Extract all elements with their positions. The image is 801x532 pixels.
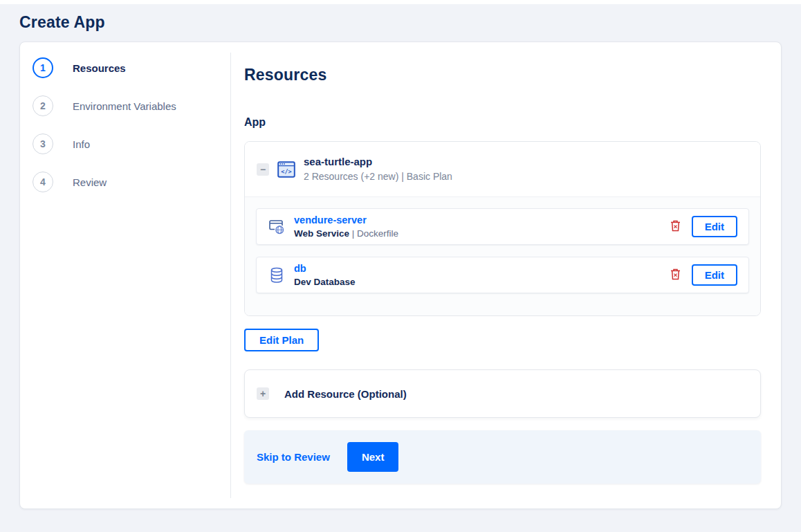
resource-text-block: db Dev Database [294, 262, 669, 288]
page-title: Create App [19, 11, 782, 33]
trash-icon [670, 268, 681, 282]
resource-row: db Dev Database Edit [256, 257, 749, 293]
app-name: sea-turtle-app [304, 155, 452, 169]
step-label: Info [73, 138, 90, 150]
step-label: Review [73, 176, 107, 188]
step-review[interactable]: 4 Review [33, 172, 230, 192]
step-info[interactable]: 3 Info [33, 134, 230, 154]
step-number-badge: 3 [33, 134, 53, 154]
plus-icon: + [257, 387, 269, 400]
page-header: Create App [0, 4, 801, 42]
resource-type: Web Service [294, 228, 349, 239]
svg-text:</>: </> [281, 167, 291, 174]
add-resource-section[interactable]: + Add Resource (Optional) [244, 369, 761, 418]
app-card-header: − </> sea-turtle-app 2 Resources (+2 new… [245, 142, 760, 196]
resource-type: Dev Database [294, 277, 356, 287]
resource-type-line: Dev Database [294, 276, 669, 288]
create-app-wizard-card: 1 Resources 2 Environment Variables 3 In… [19, 42, 782, 509]
resource-type-separator: | [349, 228, 357, 239]
step-resources[interactable]: 1 Resources [33, 57, 230, 78]
edit-plan-button[interactable]: Edit Plan [244, 329, 319, 351]
wizard-stepper: 1 Resources 2 Environment Variables 3 In… [20, 42, 230, 508]
app-meta: 2 Resources (+2 new) | Basic Plan [304, 170, 452, 183]
resource-row: vendure-server Web Service | Dockerfile [256, 208, 749, 245]
resource-name-link[interactable]: vendure-server [294, 214, 367, 227]
web-service-icon [268, 219, 286, 235]
edit-resource-button[interactable]: Edit [692, 264, 737, 286]
delete-resource-button[interactable] [669, 219, 682, 235]
app-card-title-block: sea-turtle-app 2 Resources (+2 new) | Ba… [304, 155, 452, 183]
app-card: − </> sea-turtle-app 2 Resources (+2 new… [244, 141, 761, 316]
trash-icon [670, 220, 681, 234]
wizard-footer-bar: Skip to Review Next [244, 430, 761, 484]
step-label: Environment Variables [73, 100, 176, 112]
next-button[interactable]: Next [347, 442, 399, 472]
skip-to-review-link[interactable]: Skip to Review [257, 451, 330, 463]
database-icon [268, 267, 286, 284]
step-number-badge: 2 [33, 95, 53, 116]
step-environment-variables[interactable]: 2 Environment Variables [33, 95, 230, 116]
step-number-badge: 1 [33, 57, 53, 78]
app-section-label: App [244, 116, 761, 129]
resource-detail: Dockerfile [357, 228, 398, 239]
step-heading: Resources [244, 66, 761, 84]
delete-resource-button[interactable] [669, 267, 682, 284]
edit-resource-button[interactable]: Edit [692, 216, 737, 237]
step-number-badge: 4 [33, 172, 53, 192]
resource-name-link[interactable]: db [294, 262, 306, 275]
resource-type-line: Web Service | Dockerfile [294, 228, 669, 240]
code-window-icon: </> [277, 161, 295, 178]
add-resource-label: Add Resource (Optional) [284, 388, 407, 400]
resource-text-block: vendure-server Web Service | Dockerfile [294, 214, 669, 240]
resources-step-panel: Resources App − </> sea-turtle-app [231, 42, 781, 508]
step-label: Resources [73, 62, 126, 74]
collapse-minus-icon[interactable]: − [257, 163, 269, 176]
app-card-body: vendure-server Web Service | Dockerfile [245, 196, 760, 315]
